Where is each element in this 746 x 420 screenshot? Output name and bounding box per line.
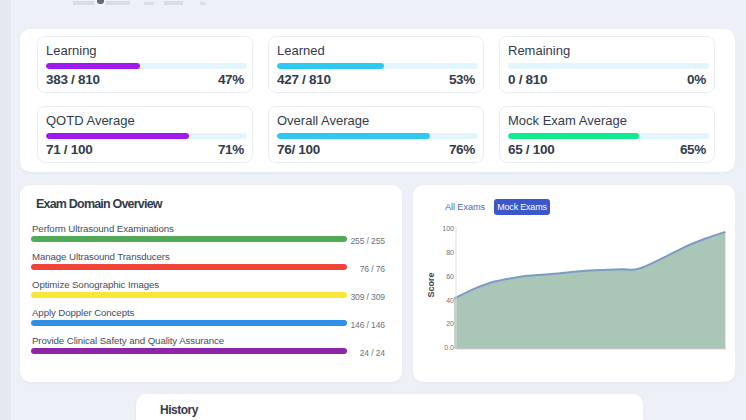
svg-text:0.0: 0.0 <box>444 344 454 351</box>
svg-text:40: 40 <box>446 297 454 304</box>
svg-text:80: 80 <box>446 249 454 256</box>
svg-text:100: 100 <box>442 225 454 232</box>
svg-text:Score: Score <box>426 272 436 297</box>
svg-text:20: 20 <box>446 320 454 327</box>
svg-text:60: 60 <box>446 273 454 280</box>
